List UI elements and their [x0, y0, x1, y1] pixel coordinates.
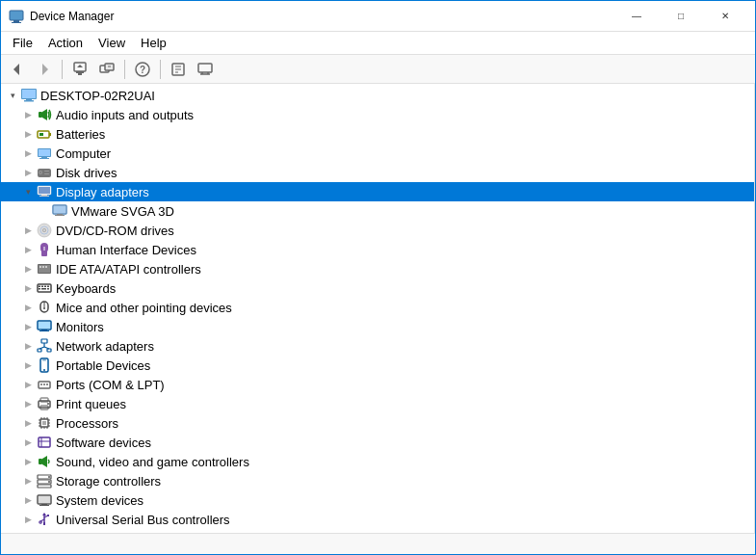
- svg-rect-52: [41, 250, 47, 256]
- dvd-toggle[interactable]: ▶: [20, 221, 36, 240]
- map-drives-button[interactable]: [94, 58, 119, 81]
- close-button[interactable]: ✕: [703, 1, 747, 32]
- svg-point-84: [40, 383, 42, 385]
- monitors-toggle[interactable]: ▶: [20, 317, 36, 336]
- software-toggle[interactable]: ▶: [20, 433, 36, 452]
- menu-action[interactable]: Action: [40, 32, 91, 54]
- forward-button[interactable]: [32, 58, 57, 81]
- back-button[interactable]: [5, 58, 30, 81]
- tree-item-vmware[interactable]: ▶ VMware SVGA 3D: [1, 201, 754, 221]
- svg-marker-3: [13, 64, 19, 75]
- tree-item-display[interactable]: ▾ Display adapters: [1, 182, 754, 201]
- batteries-toggle[interactable]: ▶: [20, 124, 36, 144]
- toolbar-separator-3: [160, 60, 161, 79]
- tree-root[interactable]: ▾ DESKTOP-02R2UAI: [1, 86, 754, 105]
- svg-rect-40: [39, 187, 50, 194]
- menu-view[interactable]: View: [91, 32, 133, 54]
- tree-item-computer[interactable]: ▶ Computer: [1, 144, 754, 163]
- tree-item-batteries[interactable]: ▶ Batteries: [1, 124, 754, 144]
- minimize-button[interactable]: —: [614, 1, 659, 32]
- keyboards-toggle[interactable]: ▶: [20, 278, 36, 298]
- monitors-label: Monitors: [56, 320, 104, 334]
- tree-item-portable[interactable]: ▶ Portable Devices: [1, 356, 754, 375]
- network-label: Network adapters: [56, 339, 154, 354]
- hid-label: Human Interface Devices: [56, 243, 196, 257]
- usb-label: Universal Serial Bus controllers: [56, 513, 230, 527]
- device-tree[interactable]: ▾ DESKTOP-02R2UAI ▶: [1, 84, 755, 533]
- hid-toggle[interactable]: ▶: [20, 240, 36, 259]
- mice-toggle[interactable]: ▶: [20, 298, 36, 317]
- svg-rect-66: [47, 288, 49, 290]
- svg-rect-124: [43, 522, 45, 525]
- network-toggle[interactable]: ▶: [20, 336, 36, 356]
- battery-icon: [36, 125, 53, 143]
- tree-item-print[interactable]: ▶ Print queues: [1, 394, 754, 413]
- window-controls: — □ ✕: [614, 1, 747, 32]
- ports-icon: [36, 376, 53, 393]
- tree-item-software[interactable]: ▶ Software devices: [1, 433, 754, 452]
- processors-toggle[interactable]: ▶: [20, 413, 36, 433]
- monitor-button[interactable]: [193, 58, 218, 81]
- svg-rect-32: [41, 157, 47, 158]
- svg-rect-111: [38, 485, 51, 488]
- tree-item-keyboards[interactable]: ▶ Keyboards: [1, 278, 754, 298]
- portable-toggle[interactable]: ▶: [20, 356, 36, 375]
- status-bar: [1, 533, 755, 554]
- tree-item-storage[interactable]: ▶ Storage controllers: [1, 471, 754, 490]
- tree-item-sound[interactable]: ▶ Sound, video and game controllers: [1, 452, 754, 471]
- tree-item-system[interactable]: ▶ System devices: [1, 490, 754, 510]
- tree-item-ports[interactable]: ▶ Ports (COM & LPT): [1, 375, 754, 394]
- menu-file[interactable]: File: [5, 32, 40, 54]
- svg-rect-60: [39, 286, 40, 288]
- menu-help[interactable]: Help: [133, 32, 174, 54]
- svg-rect-56: [39, 266, 41, 268]
- usb-toggle[interactable]: ▶: [20, 510, 36, 529]
- svg-point-123: [39, 521, 41, 523]
- maximize-button[interactable]: □: [659, 1, 703, 32]
- tree-item-processors[interactable]: ▶: [1, 413, 754, 433]
- up-button[interactable]: [67, 58, 92, 81]
- system-toggle[interactable]: ▶: [20, 490, 36, 510]
- svg-rect-0: [10, 11, 23, 20]
- ports-toggle[interactable]: ▶: [20, 375, 36, 394]
- svg-rect-92: [42, 421, 46, 425]
- svg-rect-23: [22, 90, 36, 98]
- menu-bar: File Action View Help: [1, 32, 755, 55]
- tree-item-ide[interactable]: ▶ IDE ATA/ATAPI controllers: [1, 259, 754, 278]
- tree-item-mice[interactable]: ▶ Mice and other pointing devices: [1, 298, 754, 317]
- keyboard-icon: [36, 279, 53, 297]
- svg-rect-105: [39, 437, 50, 447]
- ide-toggle[interactable]: ▶: [20, 259, 36, 278]
- tree-item-audio[interactable]: ▶ Audio inputs and outputs: [1, 105, 754, 124]
- tree-item-hid[interactable]: ▶ Human Interface Devices: [1, 240, 754, 259]
- disk-toggle[interactable]: ▶: [20, 163, 36, 182]
- tree-item-disk[interactable]: ▶ Disk drives: [1, 163, 754, 182]
- usb-icon: [36, 511, 53, 528]
- svg-text:?: ?: [140, 65, 145, 75]
- sound-toggle[interactable]: ▶: [20, 452, 36, 471]
- root-toggle[interactable]: ▾: [5, 86, 20, 105]
- svg-rect-46: [55, 215, 65, 216]
- svg-rect-71: [39, 322, 50, 329]
- tree-item-monitors[interactable]: ▶ Monitors: [1, 317, 754, 336]
- svg-marker-8: [77, 65, 83, 67]
- tree-item-network[interactable]: ▶ Network adapters: [1, 336, 754, 356]
- storage-toggle[interactable]: ▶: [20, 471, 36, 490]
- svg-point-81: [43, 369, 45, 371]
- properties-button[interactable]: [166, 58, 191, 81]
- sound-icon: [36, 453, 53, 470]
- svg-rect-115: [39, 496, 50, 503]
- display-toggle[interactable]: ▾: [20, 182, 36, 201]
- vmware-label: VMware SVGA 3D: [71, 204, 174, 219]
- print-toggle[interactable]: ▶: [20, 394, 36, 413]
- tree-item-usb[interactable]: ▶ Universal Serial Bus controllers: [1, 510, 754, 529]
- audio-toggle[interactable]: ▶: [20, 105, 36, 124]
- computer-toggle[interactable]: ▶: [20, 144, 36, 163]
- sound-label: Sound, video and game controllers: [56, 455, 249, 469]
- title-bar: Device Manager — □ ✕: [1, 1, 755, 32]
- tree-item-dvd[interactable]: ▶ DVD/CD-ROM drives: [1, 221, 754, 240]
- help-button[interactable]: ?: [130, 58, 155, 81]
- svg-rect-6: [76, 71, 84, 73]
- hid-icon: [36, 241, 53, 258]
- svg-rect-37: [44, 171, 49, 172]
